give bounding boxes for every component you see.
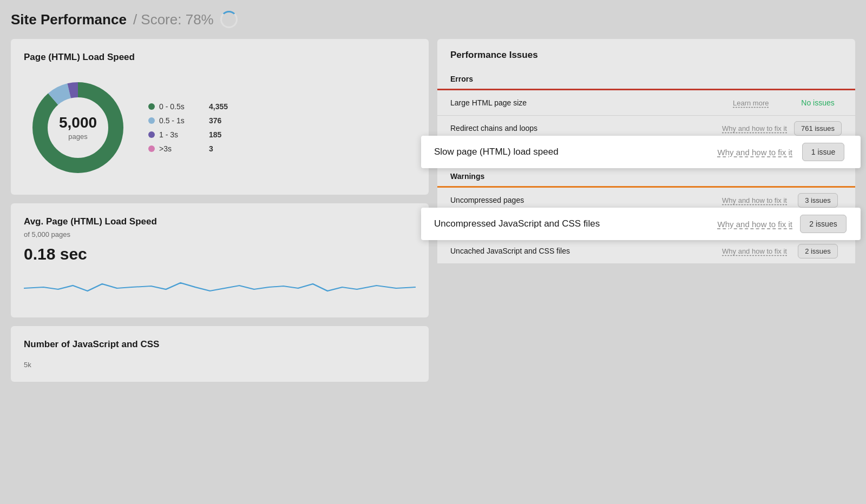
legend-item-0: 0 - 0.5s 4,355 — [148, 102, 228, 111]
avg-speed-title: Avg. Page (HTML) Load Speed — [24, 216, 416, 227]
warning-badge-0[interactable]: 3 issues — [793, 195, 842, 205]
overlay-count-slow[interactable]: 1 issue — [802, 143, 844, 161]
error-name-0: Large HTML page size — [450, 98, 726, 107]
legend-range-0: 0 - 0.5s — [159, 102, 202, 111]
error-row-2-wrapper: Slow page (HTML) load speed Why and how … — [437, 141, 855, 167]
overlay-name-js: Uncompressed JavaScript and CSS files — [434, 218, 711, 229]
count-badge-w0[interactable]: 3 issues — [798, 193, 838, 208]
error-link-0[interactable]: Learn more — [733, 99, 787, 107]
legend-item-3: >3s 3 — [148, 144, 228, 153]
legend-item-2: 1 - 3s 185 — [148, 130, 228, 139]
left-column: Page (HTML) Load Speed 5,000 pages — [11, 39, 429, 382]
warning-link-0[interactable]: Why and how to fix it — [722, 196, 787, 204]
legend-dot-3 — [148, 145, 155, 152]
error-badge-0: No issues — [793, 98, 842, 108]
legend: 0 - 0.5s 4,355 0.5 - 1s 376 1 - 3s 185 — [148, 102, 228, 153]
warning-name-0: Uncompressed pages — [450, 196, 716, 204]
avg-speed-card: Avg. Page (HTML) Load Speed of 5,000 pag… — [11, 203, 429, 317]
legend-range-1: 0.5 - 1s — [159, 116, 202, 125]
load-speed-card: Page (HTML) Load Speed 5,000 pages — [11, 39, 429, 195]
score-spinner — [220, 11, 238, 28]
error-badge-1[interactable]: 761 issues — [793, 123, 842, 133]
perf-issues-title: Performance Issues — [450, 50, 842, 61]
overlay-uncompressed-js: Uncompressed JavaScript and CSS files Wh… — [421, 208, 861, 240]
donut-number: 5,000 — [59, 114, 97, 131]
load-speed-title: Page (HTML) Load Speed — [24, 52, 416, 63]
legend-range-2: 1 - 3s — [159, 130, 202, 139]
overlay-slow-page: Slow page (HTML) load speed Why and how … — [421, 136, 861, 168]
legend-count-1: 376 — [209, 116, 221, 125]
warning-link-2[interactable]: Why and how to fix it — [722, 247, 787, 255]
donut-center: 5,000 pages — [59, 114, 97, 141]
legend-count-2: 185 — [209, 130, 221, 139]
perf-card-header: Performance Issues — [437, 39, 855, 69]
page-header: Site Performance / Score: 78% — [11, 11, 855, 28]
avg-speed-value: 0.18 sec — [24, 245, 416, 263]
legend-item-1: 0.5 - 1s 376 — [148, 116, 228, 125]
warning-name-2: Uncached JavaScript and CSS files — [450, 247, 716, 255]
overlay-name-slow: Slow page (HTML) load speed — [434, 147, 711, 157]
no-issues-badge-0: No issues — [801, 98, 834, 107]
legend-count-3: 3 — [209, 144, 213, 153]
js-css-card: Number of JavaScript and CSS 5k — [11, 326, 429, 382]
errors-section-header: Errors — [437, 69, 855, 90]
legend-dot-2 — [148, 131, 155, 138]
warning-row-1-wrapper: Uncompressed JavaScript and CSS files Wh… — [437, 213, 855, 238]
avg-speed-subtitle: of 5,000 pages — [24, 230, 416, 238]
overlay-count-js[interactable]: 2 issues — [800, 215, 846, 233]
legend-dot-1 — [148, 117, 155, 124]
donut-chart: 5,000 pages — [24, 74, 132, 182]
overlay-link-slow[interactable]: Why and how to fix it — [718, 148, 792, 157]
right-column: Performance Issues Errors Large HTML pag… — [437, 39, 855, 382]
legend-range-3: >3s — [159, 144, 202, 153]
page-score: / Score: 78% — [133, 11, 214, 28]
js-css-y-label: 5k — [24, 361, 416, 369]
overlay-link-js[interactable]: Why and how to fix it — [718, 220, 792, 229]
donut-section: 5,000 pages 0 - 0.5s 4,355 0.5 - 1s 376 — [24, 74, 416, 182]
warning-badge-2[interactable]: 2 issues — [793, 246, 842, 256]
performance-issues-card: Performance Issues Errors Large HTML pag… — [437, 39, 855, 263]
warning-row-2: Uncached JavaScript and CSS files Why an… — [437, 238, 855, 263]
error-row-0: Large HTML page size Learn more No issue… — [437, 90, 855, 116]
donut-label: pages — [68, 132, 87, 141]
overlay-badge-js[interactable]: 2 issues — [799, 219, 848, 229]
legend-count-0: 4,355 — [209, 102, 228, 111]
error-name-1: Redirect chains and loops — [450, 124, 716, 132]
sparkline-area — [24, 272, 416, 304]
count-badge-w2[interactable]: 2 issues — [798, 244, 838, 258]
js-css-title: Number of JavaScript and CSS — [24, 339, 416, 350]
main-grid: Page (HTML) Load Speed 5,000 pages — [11, 39, 855, 382]
overlay-badge-slow[interactable]: 1 issue — [799, 147, 848, 157]
legend-dot-0 — [148, 103, 155, 110]
error-link-1[interactable]: Why and how to fix it — [722, 124, 787, 132]
count-badge-1[interactable]: 761 issues — [794, 121, 842, 136]
page-title: Site Performance — [11, 11, 127, 28]
warnings-section-header: Warnings — [437, 167, 855, 188]
